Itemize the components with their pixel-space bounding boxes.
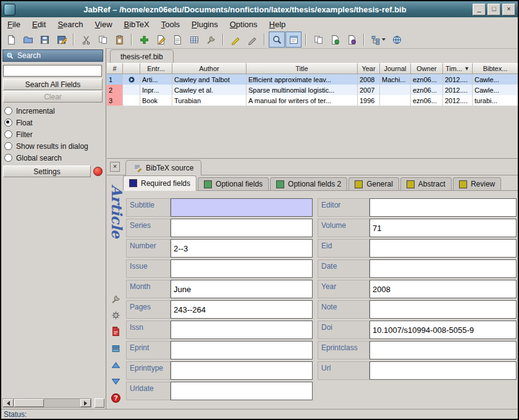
field-input-subtitle[interactable]: [171, 198, 313, 217]
search-toggle-button[interactable]: [269, 32, 285, 48]
field-input-eprint[interactable]: [171, 341, 313, 359]
toggle-groups-button[interactable]: [368, 32, 388, 48]
field-input-pages[interactable]: [171, 300, 313, 319]
tab-optional-fields-2[interactable]: Optional fields 2: [270, 177, 347, 190]
menu-view[interactable]: View: [95, 20, 112, 29]
col-header-number[interactable]: #: [107, 63, 123, 74]
tab-optional-fields[interactable]: Optional fields: [198, 177, 269, 190]
open-web-button[interactable]: [389, 32, 405, 48]
field-input-series[interactable]: [171, 219, 313, 237]
col-header-year[interactable]: Year: [358, 63, 380, 74]
database-tab[interactable]: thesis-ref.bib: [110, 49, 174, 63]
scroll-left-button[interactable]: [3, 399, 14, 407]
generate-key-button[interactable]: [110, 293, 121, 304]
col-header-title[interactable]: Title: [247, 63, 358, 74]
save-as-button[interactable]: [53, 32, 69, 48]
menu-bibtex[interactable]: BibTeX: [124, 20, 150, 29]
field-input-editor[interactable]: [369, 198, 517, 217]
search-all-fields-button[interactable]: Search All Fields: [3, 78, 103, 90]
horizontal-scrollbar[interactable]: [2, 398, 91, 408]
menu-options[interactable]: Options: [230, 20, 258, 29]
previous-entry-button[interactable]: [110, 360, 121, 371]
maximize-button[interactable]: □: [487, 4, 500, 15]
field-input-eprintclass[interactable]: [369, 341, 517, 359]
col-header-journal[interactable]: Journal: [380, 63, 411, 74]
table-row-3[interactable]: 3 Book Turabian A manual for writers of …: [107, 95, 518, 106]
mark-entries-button[interactable]: [227, 32, 243, 48]
menu-help[interactable]: Help: [269, 20, 286, 29]
field-input-date[interactable]: [369, 259, 517, 278]
radio-show-results-in-dialog[interactable]: Show results in dialog: [4, 141, 88, 151]
radio-filter[interactable]: Filter: [4, 129, 33, 140]
menu-search[interactable]: Search: [57, 20, 83, 29]
tab-review[interactable]: Review: [453, 177, 501, 190]
field-input-month[interactable]: [171, 280, 313, 298]
tab-abstract[interactable]: Abstract: [400, 177, 452, 190]
scroll-right-button[interactable]: [80, 399, 91, 407]
new-database-button[interactable]: [3, 32, 19, 48]
new-entry-button[interactable]: [136, 32, 152, 48]
scrollbar-thumb[interactable]: [14, 399, 44, 407]
edit-entry-button[interactable]: [153, 32, 169, 48]
field-input-year[interactable]: [369, 280, 517, 298]
scrollbar-track[interactable]: [44, 399, 80, 407]
table-preferences-button[interactable]: [186, 32, 202, 48]
col-header-author[interactable]: Author: [172, 63, 247, 74]
menu-file[interactable]: File: [7, 20, 20, 29]
push-to-lyx-button[interactable]: [344, 32, 360, 48]
search-input[interactable]: [3, 65, 102, 77]
unmark-entries-button[interactable]: [244, 32, 260, 48]
red-pin-icon[interactable]: [93, 167, 103, 176]
help-button[interactable]: ?: [110, 392, 121, 403]
cut-button[interactable]: [78, 32, 94, 48]
tab-bibtex-source[interactable]: BibTeX source: [125, 160, 201, 175]
col-header-entrytype[interactable]: Entr...: [140, 63, 172, 74]
menu-plugins[interactable]: Plugins: [192, 20, 218, 29]
close-entry-editor-button[interactable]: ×: [110, 162, 120, 172]
close-button[interactable]: ×: [502, 4, 515, 15]
menu-tools[interactable]: Tools: [161, 20, 180, 29]
autoset-button[interactable]: [110, 309, 121, 321]
field-input-issn[interactable]: [171, 321, 313, 339]
settings-button[interactable]: Settings: [3, 166, 91, 177]
radio-float[interactable]: Float: [4, 117, 33, 128]
title-bar[interactable]: JabRef – /home/ezn06edu/Documents/nonfic…: [1, 1, 518, 17]
write-pdf-button[interactable]: [110, 326, 121, 337]
field-input-url[interactable]: [369, 361, 517, 380]
field-input-note[interactable]: [369, 300, 517, 319]
field-input-volume[interactable]: [369, 219, 517, 237]
clear-button[interactable]: Clear: [3, 91, 103, 103]
edit-strings-button[interactable]: [169, 32, 185, 48]
year-cell: 2008: [358, 74, 380, 85]
menu-edit[interactable]: Edit: [32, 20, 46, 29]
table-row-1[interactable]: 1 Arti... Cawley and Talbot Efficient ap…: [107, 74, 518, 85]
toggle-preview-button[interactable]: [285, 32, 302, 48]
field-input-issue[interactable]: [171, 259, 313, 278]
open-database-button[interactable]: [20, 32, 36, 48]
search-pane-header[interactable]: Search: [2, 49, 103, 62]
field-input-urldate[interactable]: [171, 382, 313, 400]
save-database-button[interactable]: [36, 32, 53, 48]
field-input-number[interactable]: [171, 239, 313, 258]
paste-button[interactable]: [111, 32, 127, 48]
field-input-eid[interactable]: [369, 239, 517, 258]
field-input-doi[interactable]: [369, 321, 517, 339]
panel-resize-grip[interactable]: [95, 398, 104, 408]
next-entry-button[interactable]: [110, 375, 121, 386]
cleanup-entries-button[interactable]: [203, 32, 219, 48]
copy-citation-button[interactable]: [310, 32, 326, 48]
col-header-owner[interactable]: Owner: [411, 63, 443, 74]
table-row-2[interactable]: 2 Inpr... Cawley et al. Sparse multinomi…: [107, 85, 518, 95]
col-header-timestamp[interactable]: Tim... ▼: [443, 63, 473, 74]
field-input-eprinttype[interactable]: [171, 361, 313, 380]
push-to-application-button[interactable]: [327, 32, 343, 48]
tab-required-fields[interactable]: Required fields: [123, 175, 196, 191]
col-header-icon[interactable]: [123, 63, 140, 74]
fetch-button[interactable]: [110, 343, 121, 354]
radio-incremental[interactable]: Incremental: [4, 106, 55, 116]
tab-general[interactable]: General: [348, 177, 399, 190]
copy-button[interactable]: [95, 32, 111, 48]
minimize-button[interactable]: _: [473, 4, 486, 15]
col-header-bibtexkey[interactable]: Bibtex...: [473, 63, 518, 74]
radio-global-search[interactable]: Global search: [4, 153, 62, 163]
